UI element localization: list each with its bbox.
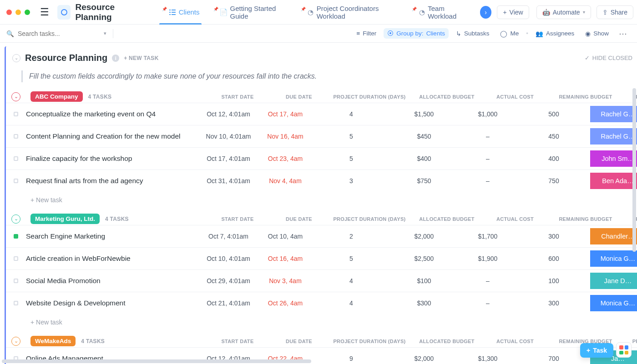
duration[interactable]: 4 <box>313 277 390 284</box>
project-coordinator[interactable]: Rachel G… <box>590 128 637 145</box>
start-date[interactable]: Oct 29, 4:01am <box>199 277 258 284</box>
column-header[interactable]: START DATE <box>208 216 267 222</box>
assignees-button[interactable]: 👥 Assignees <box>532 28 578 39</box>
tab-coordinators-workload[interactable]: 📌 ◔ Project Coordinators Workload <box>293 0 405 25</box>
table-row[interactable]: Search Engine MarketingOct 7, 4:01amOct … <box>6 225 637 247</box>
allocated-budget[interactable]: $400 <box>390 155 458 162</box>
due-date[interactable]: Nov 3, 4am <box>258 277 313 284</box>
project-coordinator[interactable]: John Sm… <box>590 150 637 167</box>
actual-cost[interactable]: – <box>458 177 517 184</box>
column-header[interactable]: PROJECT DURATION (DAYS) <box>331 216 408 222</box>
duration[interactable]: 5 <box>313 155 390 162</box>
task-name[interactable]: Content Planning and Creation for the ne… <box>26 132 199 141</box>
remaining-budget[interactable]: 500 <box>517 110 590 118</box>
task-name[interactable]: Social Media Promotion <box>26 276 199 286</box>
duration[interactable]: 5 <box>313 255 390 262</box>
task-name[interactable]: Request final arts from the ad agency <box>26 176 199 186</box>
due-date[interactable]: Oct 10, 4am <box>258 233 313 240</box>
group-badge[interactable]: Marketing Guru, Ltd. <box>30 214 100 224</box>
column-header[interactable]: ALLOCATED BUDGET <box>413 216 481 222</box>
task-name[interactable]: Website Design & Development <box>26 299 199 308</box>
allocated-budget[interactable]: $2,000 <box>390 233 458 240</box>
status-icon[interactable] <box>14 256 18 261</box>
column-header[interactable]: REMAINING BUDGET <box>549 216 622 222</box>
allocated-budget[interactable]: $100 <box>390 277 458 284</box>
collapse-section-button[interactable]: ⌄ <box>12 54 20 62</box>
menu-icon[interactable]: ☰ <box>36 5 53 20</box>
allocated-budget[interactable]: $2,500 <box>390 255 458 262</box>
add-view-button[interactable]: + View <box>497 5 529 19</box>
status-icon[interactable] <box>14 112 18 116</box>
actual-cost[interactable]: – <box>458 277 517 284</box>
task-name[interactable]: Article creation in WebForNewbie <box>26 254 199 264</box>
column-header[interactable]: DUE DATE <box>272 216 326 222</box>
actual-cost[interactable]: – <box>458 133 517 140</box>
table-row[interactable]: Conceptualize the marketing event on Q4O… <box>6 103 637 125</box>
column-header[interactable]: ALLOCATED BUDGET <box>413 94 481 100</box>
table-row[interactable]: Website Design & DevelopmentOct 21, 4:01… <box>6 292 637 314</box>
automate-button[interactable]: 🤖 Automate ▾ <box>536 5 591 19</box>
info-icon[interactable]: i <box>112 55 119 62</box>
column-header[interactable]: DUE DATE <box>272 94 326 100</box>
remaining-budget[interactable]: 600 <box>517 255 590 262</box>
collapse-group-button[interactable]: ⌄ <box>11 214 20 224</box>
project-coordinator[interactable]: Chandler… <box>590 228 637 244</box>
next-views-button[interactable]: › <box>480 6 492 19</box>
project-coordinator[interactable]: Monica G… <box>590 250 637 267</box>
hide-closed-button[interactable]: ✓ HIDE CLOSED <box>585 55 637 61</box>
column-header[interactable]: DUE DATE <box>272 339 326 344</box>
remaining-budget[interactable]: 400 <box>517 155 590 162</box>
column-header[interactable]: ALLOCATED BUDGET <box>413 339 481 344</box>
column-header[interactable]: ACTUAL COST <box>485 216 545 222</box>
window-controls[interactable] <box>4 10 35 15</box>
column-header[interactable]: ACTUAL COST <box>485 94 545 100</box>
status-icon[interactable] <box>14 234 18 239</box>
status-icon[interactable] <box>14 179 18 183</box>
column-header[interactable]: START DATE <box>208 339 267 344</box>
table-row[interactable]: Article creation in WebForNewbieOct 10, … <box>6 247 637 269</box>
apps-button[interactable] <box>616 342 632 358</box>
status-icon[interactable] <box>14 301 18 305</box>
subtasks-button[interactable]: ↳ Subtasks <box>452 28 493 39</box>
tab-team-workload[interactable]: 📌 ◔ Team Workload <box>404 0 475 25</box>
start-date[interactable]: Oct 17, 4:01am <box>199 155 258 162</box>
remaining-budget[interactable]: 100 <box>517 277 590 284</box>
start-date[interactable]: Oct 10, 4:01am <box>199 255 258 262</box>
remaining-budget[interactable]: 300 <box>517 233 590 240</box>
project-coordinator[interactable]: Jane D… <box>590 273 637 289</box>
due-date[interactable]: Oct 26, 4am <box>258 299 313 307</box>
status-icon[interactable] <box>14 156 18 161</box>
remaining-budget[interactable]: 700 <box>517 355 590 362</box>
allocated-budget[interactable]: $300 <box>390 299 458 307</box>
start-date[interactable]: Oct 7, 4:01am <box>199 233 258 240</box>
group-badge[interactable]: ABC Company <box>30 91 83 102</box>
actual-cost[interactable]: $1,000 <box>458 110 517 118</box>
search-input-wrap[interactable]: 🔍 ▾ <box>6 30 106 37</box>
project-coordinator[interactable]: Monica G… <box>590 295 637 311</box>
me-button[interactable]: ◯ Me <box>496 28 522 39</box>
status-icon[interactable] <box>14 279 18 283</box>
group-badge[interactable]: WeMakeAds <box>30 336 76 346</box>
new-task-fab[interactable]: + Task <box>580 343 613 358</box>
due-date[interactable]: Oct 23, 4am <box>258 155 313 162</box>
task-name[interactable]: Finalize capacity for the workshop <box>26 154 199 164</box>
actual-cost[interactable]: $1,700 <box>458 233 517 240</box>
due-date[interactable]: Nov 4, 4am <box>258 177 313 184</box>
minimize-window-icon[interactable] <box>15 10 21 15</box>
duration[interactable]: 5 <box>313 133 390 140</box>
due-date[interactable]: Oct 17, 4am <box>258 110 313 118</box>
tab-clients[interactable]: 📌 Clients <box>155 0 206 25</box>
actual-cost[interactable]: – <box>458 299 517 307</box>
status-icon[interactable] <box>14 134 18 139</box>
column-header[interactable]: REMAINING BUDGET <box>549 94 622 100</box>
new-task-button[interactable]: + NEW TASK <box>124 55 158 61</box>
horizontal-scrollbar[interactable] <box>2 359 311 363</box>
duration[interactable]: 4 <box>313 110 390 118</box>
column-header[interactable]: PROJECT DURATION (DAYS) <box>331 94 408 100</box>
actual-cost[interactable]: – <box>458 155 517 162</box>
column-header[interactable]: ACTUAL COST <box>485 339 545 344</box>
more-icon[interactable]: ⋯ <box>616 29 631 39</box>
tab-getting-started[interactable]: 📌 📄 Getting Started Guide <box>206 0 293 25</box>
close-window-icon[interactable] <box>6 10 12 15</box>
collapse-group-button[interactable]: ⌄ <box>11 337 20 346</box>
